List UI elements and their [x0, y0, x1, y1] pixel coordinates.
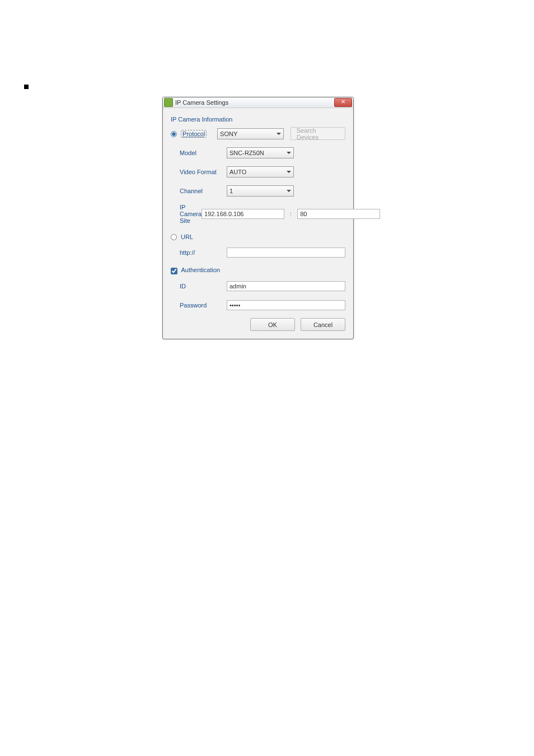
id-row: ID: [171, 280, 345, 292]
video-format-select[interactable]: AUTO: [227, 166, 294, 178]
dialog-button-row: OK Cancel: [171, 318, 345, 331]
dialog-title: IP Camera Settings: [175, 99, 334, 106]
video-format-label: Video Format: [171, 169, 227, 175]
authentication-checkbox[interactable]: [171, 268, 177, 274]
protocol-label: Protocol: [181, 130, 207, 138]
channel-select[interactable]: 1: [227, 185, 294, 197]
protocol-radio[interactable]: [171, 131, 177, 137]
model-row: Model SNC-RZ50N: [171, 147, 345, 159]
port-separator: :: [290, 211, 292, 217]
ip-camera-site-label: IP Camera Site: [171, 204, 202, 224]
model-select[interactable]: SNC-RZ50N: [227, 147, 294, 158]
ok-button[interactable]: OK: [250, 318, 295, 331]
search-devices-label: Search Devices: [297, 127, 339, 141]
url-radio-row: URL: [171, 231, 345, 243]
model-value: SNC-RZ50N: [229, 150, 264, 156]
ip-input[interactable]: [202, 209, 284, 219]
url-radio[interactable]: [171, 234, 177, 240]
protocol-select[interactable]: SONY: [217, 128, 284, 139]
url-prefix-label: http://: [171, 249, 227, 256]
bullet-square: [24, 85, 29, 89]
close-icon: ✕: [341, 99, 345, 105]
chevron-down-icon: [277, 133, 281, 135]
password-label: Password: [171, 302, 227, 309]
app-icon: [164, 98, 173, 107]
chevron-down-icon: [287, 171, 291, 173]
ok-label: OK: [268, 321, 277, 328]
port-input[interactable]: [297, 209, 380, 219]
video-format-row: Video Format AUTO: [171, 166, 345, 178]
ip-camera-settings-dialog: IP Camera Settings ✕ IP Camera Informati…: [162, 97, 354, 339]
authentication-label: Authentication: [181, 267, 220, 273]
search-devices-button[interactable]: Search Devices: [291, 127, 345, 140]
protocol-value: SONY: [220, 130, 237, 137]
id-label: ID: [171, 283, 227, 290]
cancel-button[interactable]: Cancel: [301, 318, 345, 331]
url-input-row: http://: [171, 246, 345, 259]
channel-row: Channel 1: [171, 185, 345, 197]
section-label: IP Camera Information: [171, 116, 345, 123]
channel-value: 1: [229, 188, 233, 194]
model-label: Model: [171, 150, 227, 156]
cancel-label: Cancel: [313, 321, 332, 328]
authentication-row: Authentication: [171, 264, 345, 277]
video-format-value: AUTO: [229, 169, 246, 175]
url-label: URL: [181, 234, 193, 240]
id-input[interactable]: [227, 281, 345, 291]
protocol-row: Protocol SONY Search Devices: [171, 127, 345, 140]
password-row: Password: [171, 299, 345, 311]
ip-camera-site-row: IP Camera Site :: [171, 204, 345, 224]
url-input[interactable]: [227, 248, 345, 258]
titlebar: IP Camera Settings ✕: [163, 97, 353, 108]
chevron-down-icon: [287, 190, 291, 192]
channel-label: Channel: [171, 188, 227, 194]
chevron-down-icon: [287, 152, 291, 154]
close-button[interactable]: ✕: [334, 98, 352, 107]
password-input[interactable]: [227, 300, 345, 310]
